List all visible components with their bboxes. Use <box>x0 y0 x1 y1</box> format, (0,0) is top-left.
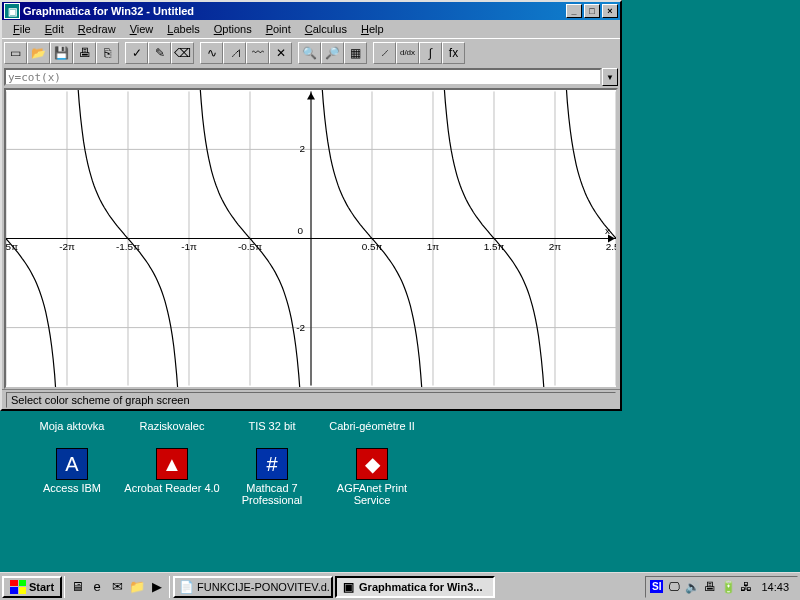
svg-text:-1.5π: -1.5π <box>116 241 140 252</box>
menu-view[interactable]: View <box>123 22 161 36</box>
grid-icon[interactable]: ▦ <box>344 42 367 64</box>
copy-icon[interactable]: ⎘ <box>96 42 119 64</box>
network-icon[interactable]: 🖧 <box>738 579 754 595</box>
formula-dropdown-button[interactable]: ▼ <box>602 68 618 86</box>
window-title: Graphmatica for Win32 - Untitled <box>23 5 564 17</box>
print-icon[interactable]: 🖶 <box>702 579 718 595</box>
desktop-icon[interactable]: AAccess IBM <box>22 448 122 506</box>
desktop-label[interactable]: TIS 32 bit <box>222 418 322 432</box>
statusbar: Select color scheme of graph screen <box>2 389 620 409</box>
start-label: Start <box>29 581 54 593</box>
menu-redraw[interactable]: Redraw <box>71 22 123 36</box>
toolbar: ▭📂💾🖶⎘✓✎⌫∿⩘〰✕🔍🔎▦⟋d/dx∫fx <box>2 38 620 66</box>
minimize-button[interactable]: _ <box>566 4 582 18</box>
desktop-icon[interactable]: ◆AGFAnet Print Service <box>322 448 422 506</box>
integral-icon[interactable]: ∫ <box>419 42 442 64</box>
pencil-icon[interactable]: ✎ <box>148 42 171 64</box>
explorer-icon[interactable]: 📁 <box>127 577 147 597</box>
quicklaunch: 🖥e✉📁▶ <box>67 577 167 597</box>
separator <box>64 576 65 598</box>
svg-marker-17 <box>307 92 315 99</box>
desktop-icon[interactable]: 🖥 <box>67 577 87 597</box>
menu-edit[interactable]: Edit <box>38 22 71 36</box>
svg-text:-2: -2 <box>296 322 305 333</box>
tangent-icon[interactable]: ⟋ <box>373 42 396 64</box>
battery-icon[interactable]: 🔋 <box>720 579 736 595</box>
svg-text:0: 0 <box>297 226 303 237</box>
titlebar[interactable]: ▣ Graphmatica for Win32 - Untitled _ □ × <box>2 2 620 20</box>
svg-text:-1π: -1π <box>181 241 197 252</box>
app-icon: ▣ <box>4 3 20 19</box>
task-buttons: 📄FUNKCIJE-PONOVITEV.d...▣Graphmatica for… <box>172 576 645 598</box>
svg-text:2.5π: 2.5π <box>606 241 616 252</box>
close-button[interactable]: × <box>602 4 618 18</box>
formula-row: ▼ <box>2 66 620 88</box>
eraser-icon[interactable]: ⌫ <box>171 42 194 64</box>
svg-text:-0.5π: -0.5π <box>238 241 262 252</box>
desktop-icon[interactable]: #Mathcad 7 Professional <box>222 448 322 506</box>
curve1-icon[interactable]: ∿ <box>200 42 223 64</box>
menubar: FileEditRedrawViewLabelsOptionsPointCalc… <box>2 20 620 38</box>
system-tray: SI 🖵🔊🖶🔋🖧 14:43 <box>645 576 798 598</box>
svg-text:2: 2 <box>299 143 305 154</box>
status-text: Select color scheme of graph screen <box>6 392 616 408</box>
desktop-label[interactable]: Raziskovalec <box>122 418 222 432</box>
menu-point[interactable]: Point <box>259 22 298 36</box>
print-icon[interactable]: 🖶 <box>73 42 96 64</box>
task-button[interactable]: 📄FUNKCIJE-PONOVITEV.d... <box>173 576 333 598</box>
menu-calculus[interactable]: Calculus <box>298 22 354 36</box>
save-icon[interactable]: 💾 <box>50 42 73 64</box>
open-icon[interactable]: 📂 <box>27 42 50 64</box>
formula-input[interactable] <box>4 68 602 86</box>
desktop-label[interactable]: Moja aktovka <box>22 418 122 432</box>
svg-text:2π: 2π <box>549 241 562 252</box>
graphmatica-window: ▣ Graphmatica for Win32 - Untitled _ □ ×… <box>0 0 622 411</box>
desktop-icons-row: AAccess IBM▲Acrobat Reader 4.0#Mathcad 7… <box>22 448 422 506</box>
derivative-icon[interactable]: d/dx <box>396 42 419 64</box>
start-button[interactable]: Start <box>2 576 62 598</box>
plot-icon[interactable]: ✓ <box>125 42 148 64</box>
desktop-icon[interactable]: ▲Acrobat Reader 4.0 <box>122 448 222 506</box>
graph-area[interactable]: -2.5π-2π-1.5π-1π-0.5π0.5π1π1.5π2π2.5π-20… <box>4 88 618 389</box>
clock: 14:43 <box>757 581 793 593</box>
curve3-icon[interactable]: 〰 <box>246 42 269 64</box>
language-indicator[interactable]: SI <box>650 580 663 593</box>
menu-labels[interactable]: Labels <box>160 22 206 36</box>
display-icon[interactable]: 🖵 <box>666 579 682 595</box>
clear-icon[interactable]: ✕ <box>269 42 292 64</box>
zoom-out-icon[interactable]: 🔎 <box>321 42 344 64</box>
fx-icon[interactable]: fx <box>442 42 465 64</box>
menu-help[interactable]: Help <box>354 22 391 36</box>
menu-options[interactable]: Options <box>207 22 259 36</box>
svg-text:1π: 1π <box>427 241 440 252</box>
ie-icon[interactable]: e <box>87 577 107 597</box>
zoom-in-icon[interactable]: 🔍 <box>298 42 321 64</box>
new-icon[interactable]: ▭ <box>4 42 27 64</box>
desktop-labels-row: Moja aktovkaRaziskovalecTIS 32 bitCabri-… <box>22 418 422 432</box>
volume-icon[interactable]: 🔊 <box>684 579 700 595</box>
desktop-label[interactable]: Cabri-géomètre II <box>322 418 422 432</box>
maximize-button[interactable]: □ <box>584 4 600 18</box>
plot-svg: -2.5π-2π-1.5π-1π-0.5π0.5π1π1.5π2π2.5π-20… <box>6 90 616 387</box>
menu-file[interactable]: File <box>6 22 38 36</box>
separator <box>169 576 170 598</box>
windows-logo-icon <box>10 580 26 594</box>
taskbar: Start 🖥e✉📁▶ 📄FUNKCIJE-PONOVITEV.d...▣Gra… <box>0 572 800 600</box>
outlook-icon[interactable]: ✉ <box>107 577 127 597</box>
curve2-icon[interactable]: ⩘ <box>223 42 246 64</box>
task-button[interactable]: ▣Graphmatica for Win3... <box>335 576 495 598</box>
player-icon[interactable]: ▶ <box>147 577 167 597</box>
svg-text:-2π: -2π <box>59 241 75 252</box>
